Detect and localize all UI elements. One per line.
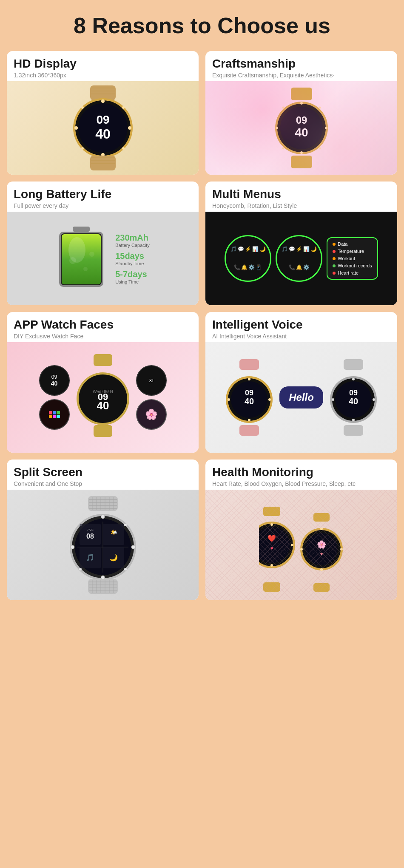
card-battery-header: Long Battery Life Full power every day [7,182,199,212]
card-voice-title: Intelligent Voice [212,318,390,332]
menu-item-workout: Workout [333,256,372,261]
svg-point-95 [124,568,127,570]
card-split: Split Screen Convenient and One Stop [7,460,199,600]
menu-item-data: Data [333,241,372,247]
svg-point-42 [83,267,88,271]
card-hd-title: HD Display [14,57,192,71]
menu-item-workout-records: Workout records [333,263,372,268]
face-2 [39,399,70,430]
voice-watch-gray: 09 40 [330,359,377,436]
card-menus-header: Multi Menus Honeycomb, Rotation, List St… [205,182,397,212]
svg-text:🎵: 🎵 [86,553,94,562]
card-voice-image: 09 40 Hello 09 40 [205,342,397,453]
svg-text:09: 09 [349,389,358,397]
card-menus-subtitle: Honeycomb, Rotation, List Style [212,202,390,209]
svg-point-7 [81,106,84,109]
svg-rect-36 [73,227,90,232]
hello-bubble: Hello [279,386,323,408]
card-split-title: Split Screen [14,465,192,479]
svg-text:40: 40 [95,126,111,142]
large-watch-svg: Wed 06/04 09 40 [73,354,133,439]
card-app-faces-image: 09 40 [7,342,199,453]
card-health-image: ❤️ ♥ 🌸 ♥ [205,490,397,600]
svg-point-88 [101,515,105,519]
svg-point-90 [71,545,74,549]
card-app-faces-title: APP Watch Faces [14,318,192,332]
card-hd-header: HD Display 1.32inch 360*360px [7,51,199,81]
svg-point-8 [122,106,125,109]
svg-point-70 [373,398,375,401]
card-hd-subtitle: 1.32inch 360*360px [14,72,192,79]
svg-point-10 [122,147,125,150]
battery-standby-value: 15days [115,251,150,261]
card-health: Health Monitoring Heart Rate, Blood Oxyg… [205,460,397,600]
svg-point-3 [101,99,105,103]
svg-text:🌙: 🌙 [109,553,118,562]
card-health-subtitle: Heart Rate, Blood Oxygen, Blood Pressure… [212,480,390,487]
svg-text:08: 08 [86,533,94,540]
card-battery-title: Long Battery Life [14,187,192,201]
card-app-faces: APP Watch Faces DIY Exclusive Watch Face… [7,312,199,453]
svg-rect-75 [88,496,118,511]
svg-point-89 [101,576,105,579]
svg-text:09: 09 [245,389,253,397]
split-watch-svg: 7/23 08 🌤️ 🎵 🌙 [67,496,139,594]
svg-point-58 [268,398,271,401]
svg-point-5 [74,126,78,130]
card-health-header: Health Monitoring Heart Rate, Blood Oxyg… [205,460,397,490]
card-craft-header: Craftsmanship Exquisite Craftsmanship, E… [205,51,397,81]
battery-using-label: Using Time [115,279,150,284]
card-battery-subtitle: Full power every day [14,202,192,209]
svg-point-91 [131,545,135,549]
card-craftsmanship: Craftsmanship Exquisite Craftsmanship, E… [205,51,397,175]
svg-rect-44 [94,354,112,366]
svg-point-93 [124,524,127,526]
card-menus: Multi Menus Honeycomb, Rotation, List St… [205,182,397,305]
hd-display-watch-svg: 09 40 [65,85,141,170]
face-1: 09 40 [39,365,70,396]
card-craft-subtitle: Exquisite Craftsmanship, Exquisite Aesth… [212,72,390,79]
card-app-faces-header: APP Watch Faces DIY Exclusive Watch Face [7,312,199,342]
svg-text:7/23: 7/23 [87,528,94,532]
svg-point-43 [89,252,94,257]
svg-text:🌤️: 🌤️ [110,529,117,536]
face-4: 🌸 [136,399,167,430]
menu-list-style: Data Temperature Workout Workout records… [327,237,378,280]
card-menus-image: 🎵 💬 ⚡ 📊 🌙 📞 🔔 ⚙️ 📱 🎵 💬 ⚡ 📊 🌙 📞 🔔 ⚙️ [205,212,397,305]
battery-standby-label: Standby Time [115,261,150,266]
card-split-image: 7/23 08 🌤️ 🎵 🌙 [7,490,199,600]
card-craft-image: 09 40 [205,81,397,175]
card-battery-image: 230mAh Battery Capacity 15days Standby T… [7,212,199,305]
svg-rect-52 [239,359,259,370]
card-app-faces-subtitle: DIY Exclusive Watch Face [14,333,192,340]
card-voice-subtitle: AI Intelligent Voice Assistant [212,333,390,340]
svg-rect-108 [88,579,118,594]
battery-svg [56,227,107,290]
card-hd-display: HD Display 1.32inch 360*360px [7,51,199,175]
svg-point-9 [81,147,84,150]
app-faces-small: 09 40 [39,365,70,430]
card-health-title: Health Monitoring [212,465,390,479]
battery-capacity-value: 230mAh [115,233,150,243]
card-voice-header: Intelligent Voice AI Intelligent Voice A… [205,312,397,342]
menu-item-temperature: Temperature [333,249,372,254]
card-craft-title: Craftsmanship [212,57,390,71]
svg-rect-64 [344,359,363,370]
svg-point-67 [352,378,355,380]
card-split-subtitle: Convenient and One Stop [14,480,192,487]
voice-watch-pink: 09 40 [226,359,273,436]
battery-using-value: 5-7days [115,269,150,279]
card-split-header: Split Screen Convenient and One Stop [7,460,199,490]
card-voice: Intelligent Voice AI Intelligent Voice A… [205,312,397,453]
svg-text:40: 40 [97,399,109,412]
battery-capacity-label: Battery Capacity [115,243,150,248]
svg-point-68 [352,419,355,421]
svg-point-59 [248,378,250,380]
menu-honeycomb: 🎵 💬 ⚡ 📊 🌙 📞 🔔 ⚙️ 📱 [225,235,271,282]
battery-visual [56,227,107,290]
reasons-grid: HD Display 1.32inch 360*360px [0,47,404,609]
svg-point-6 [128,126,131,130]
svg-text:40: 40 [245,397,254,406]
card-menus-title: Multi Menus [212,187,390,201]
svg-point-69 [332,398,334,401]
